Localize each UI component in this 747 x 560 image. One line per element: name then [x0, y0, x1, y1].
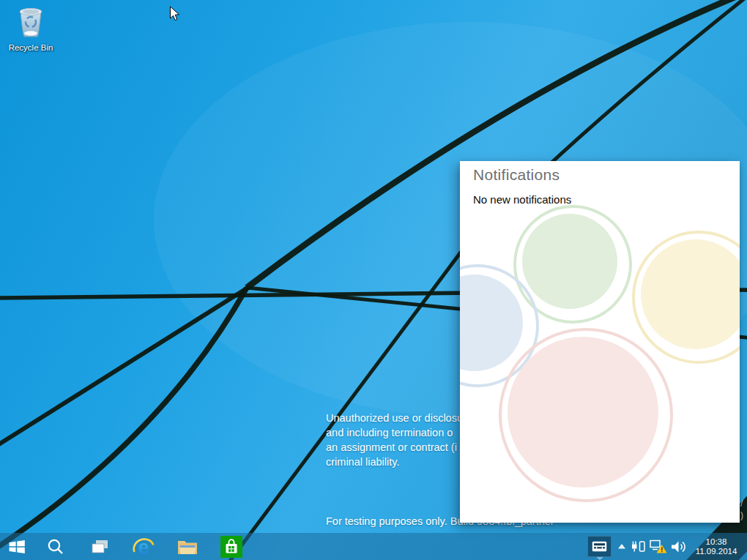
watermark-block: Unauthorized use or disclosu and includi…	[326, 411, 460, 472]
safely-remove-hardware-button[interactable]	[628, 533, 647, 560]
start-button[interactable]	[0, 533, 34, 560]
recycle-bin-icon[interactable]: Recycle Bin	[1, 6, 60, 52]
watermark-fragment: /	[740, 499, 743, 509]
file-explorer-icon	[176, 537, 198, 556]
notifications-title: Notifications	[473, 166, 560, 184]
network-status-button[interactable]	[647, 533, 668, 560]
mouse-cursor	[169, 6, 181, 22]
search-button[interactable]	[34, 533, 78, 560]
taskbar: e	[0, 533, 747, 560]
touch-keyboard-icon	[592, 541, 607, 552]
recycle-bin-glyph	[15, 6, 47, 40]
decorative-circle-pink	[508, 337, 658, 488]
watermark-line: an assignment or contract (i	[326, 440, 460, 455]
volume-icon	[670, 540, 687, 554]
volume-button[interactable]	[668, 533, 688, 560]
store-button[interactable]	[209, 533, 253, 560]
clock-date: 11.09.2014	[688, 547, 744, 556]
watermark-line: and including termination o	[326, 425, 460, 440]
task-view-icon	[90, 538, 110, 556]
decorative-circle-green	[522, 214, 617, 309]
notifications-panel: Notifications No new notifications	[460, 161, 740, 523]
file-explorer-button[interactable]	[166, 533, 209, 560]
touch-keyboard-button[interactable]	[587, 536, 612, 557]
tray-clock[interactable]: 10:38 11.09.2014	[688, 537, 744, 556]
internet-explorer-icon: e	[132, 535, 155, 559]
beam-lower-left-a	[0, 287, 249, 447]
clock-time: 10:38	[688, 537, 744, 547]
system-tray: 10:38 11.09.2014	[587, 533, 747, 560]
desktop: Unauthorized use or disclosu and includi…	[0, 0, 747, 560]
chevron-up-icon	[617, 543, 626, 550]
internet-explorer-button[interactable]: e	[122, 533, 166, 560]
watermark-fragment: )	[740, 510, 743, 520]
safely-remove-hardware-icon	[630, 540, 646, 554]
network-warning-icon	[649, 539, 667, 554]
search-icon	[46, 537, 65, 556]
task-view-button[interactable]	[78, 533, 122, 560]
notifications-empty-message: No new notifications	[473, 193, 571, 206]
show-hidden-icons-button[interactable]	[615, 533, 628, 560]
recycle-bin-label: Recycle Bin	[1, 43, 60, 52]
windows-logo-icon	[7, 537, 26, 556]
watermark-line: criminal liability.	[326, 455, 460, 469]
watermark-line: Unauthorized use or disclosu	[326, 411, 460, 425]
store-icon	[220, 536, 242, 558]
